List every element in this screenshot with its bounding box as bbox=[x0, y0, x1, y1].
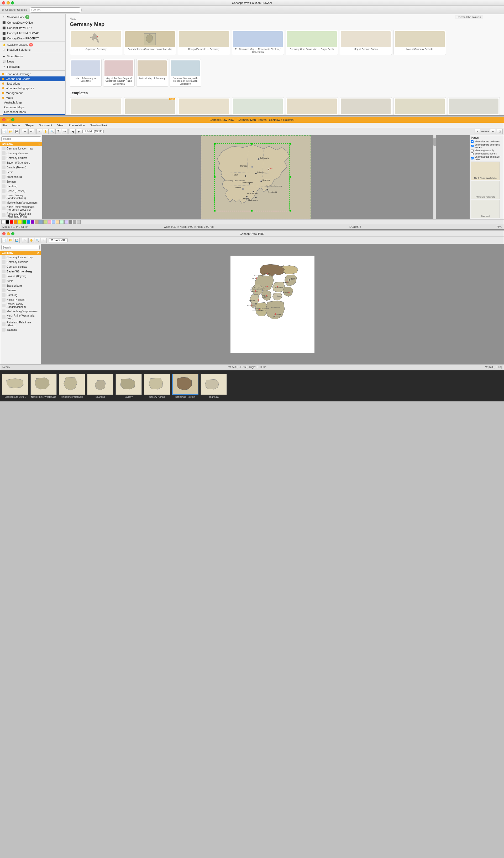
swatch-lime[interactable] bbox=[43, 220, 47, 224]
menu-document[interactable]: Document bbox=[38, 123, 53, 127]
map-card-eurozone[interactable]: Map of Germany in Eurozone bbox=[70, 59, 102, 87]
blist-lower-saxony[interactable]: Lower Saxony (Niedersachsen) bbox=[0, 302, 41, 309]
tool-open[interactable]: 📂 bbox=[7, 129, 13, 134]
menu-presentation[interactable]: Presentation bbox=[68, 123, 86, 127]
template-card-7[interactable]: Locator Map of Bremen bbox=[448, 97, 500, 115]
swatch-steel[interactable] bbox=[39, 220, 43, 224]
btool-hand[interactable]: ✋ bbox=[28, 238, 34, 243]
swatch-lavender[interactable] bbox=[64, 220, 68, 224]
tool-select[interactable]: ↖ bbox=[36, 129, 42, 134]
sidebar-item-infographics[interactable]: What are Infographics bbox=[0, 86, 65, 91]
checkbox-show-districts-names[interactable]: Show districts and cities names bbox=[471, 143, 503, 149]
bottom-zoom-dropdown[interactable]: Custom 73% bbox=[49, 239, 68, 242]
sidebar-item-solution-park[interactable]: 🗂 Solution Park 0 bbox=[0, 14, 65, 20]
page-thumb-rhineland[interactable]: Rhineland-Palatinate bbox=[471, 181, 500, 199]
swatch-purple[interactable] bbox=[31, 220, 34, 224]
thumb-mecklenburg[interactable]: Mecklenburg-Vorp... bbox=[2, 374, 28, 398]
menu-shape[interactable]: Shape bbox=[24, 123, 35, 127]
sidebar-item-directional[interactable]: Directional Maps bbox=[3, 110, 65, 114]
cb-regions-names[interactable] bbox=[471, 153, 474, 155]
blist-germany-divisions[interactable]: Germany divisions bbox=[0, 259, 41, 264]
bottom-close-panel-icon[interactable]: ✕ bbox=[37, 251, 39, 254]
sidebar-item-food[interactable]: Food and Beverage bbox=[0, 72, 65, 77]
sidebar-item-maps-group[interactable]: Maps bbox=[0, 95, 65, 100]
close-button[interactable] bbox=[2, 1, 5, 4]
tool-redo[interactable]: ↪ bbox=[28, 129, 34, 134]
pro-list-bw[interactable]: Baden-Württemberg bbox=[0, 160, 42, 165]
tool-hand[interactable]: ✋ bbox=[43, 129, 49, 134]
page-thumb-nrw[interactable]: North Rhine-Westphalia bbox=[471, 162, 500, 180]
sidebar-item-management[interactable]: Management bbox=[0, 91, 65, 95]
cb-districts[interactable] bbox=[471, 140, 474, 143]
cb-capitals[interactable] bbox=[471, 157, 474, 159]
pro-list-mecklenburg[interactable]: Mecklenburg-Vorpommern bbox=[0, 200, 42, 205]
blist-berlin[interactable]: Berlin bbox=[0, 279, 41, 283]
uninstall-btn[interactable]: Uninstall the solution bbox=[455, 15, 483, 19]
pro-list-germany-location[interactable]: Germany location map bbox=[0, 146, 42, 151]
checkbox-regions-names[interactable]: Show regions names bbox=[471, 153, 503, 155]
btool-open[interactable]: 📂 bbox=[7, 238, 13, 243]
pro-list-germany-divisions[interactable]: Germany divisions bbox=[0, 151, 42, 156]
swatch-lgray[interactable] bbox=[73, 220, 76, 224]
pro-max-btn[interactable] bbox=[11, 118, 14, 121]
pro-canvas[interactable]: Schleswig Flensburg Husum Eckerförde Kie… bbox=[42, 135, 470, 219]
blist-mecklenburg[interactable]: Mecklenburg-Vorpommern bbox=[0, 309, 41, 314]
blist-hesse[interactable]: Hesse (Hessen) bbox=[0, 297, 41, 302]
sidebar-item-video[interactable]: ▶ Video Room bbox=[0, 53, 65, 59]
zoom-in[interactable]: + bbox=[490, 129, 496, 134]
btool-select[interactable]: ↖ bbox=[22, 238, 28, 243]
bottom-search-input[interactable] bbox=[1, 245, 39, 250]
menu-solution-park[interactable]: Solution Park bbox=[89, 123, 108, 127]
blist-rhineland[interactable]: Rhineland-Palatinate (Rhein... bbox=[0, 320, 41, 327]
page-thumb-saarland[interactable]: Saarland bbox=[471, 200, 500, 218]
map-card-states[interactable]: Map of German States bbox=[340, 30, 392, 55]
tool-pen[interactable]: ✏ bbox=[62, 129, 67, 134]
canvas-scrollbar[interactable] bbox=[434, 135, 436, 219]
blist-hamburg[interactable]: Hamburg bbox=[0, 293, 41, 297]
thumb-rhineland[interactable]: Rhineland-Palatinate bbox=[59, 374, 85, 398]
map-card-political[interactable]: Political Map of Germany bbox=[136, 59, 168, 87]
swatch-sky[interactable] bbox=[52, 220, 55, 224]
page-selector[interactable]: Holstein (15/19) bbox=[82, 130, 104, 133]
swatch-orange[interactable] bbox=[14, 220, 18, 224]
maximize-button[interactable] bbox=[11, 1, 14, 4]
map-card-regional[interactable]: Map of the Two Regional Authorities in N… bbox=[103, 59, 135, 87]
browser-search-input[interactable] bbox=[29, 7, 82, 13]
map-card-batrachotomus[interactable]: Batrachotomus Germany Localisation Map bbox=[124, 30, 176, 55]
close-panel-icon[interactable]: ✕ bbox=[38, 143, 40, 145]
menu-file[interactable]: File bbox=[1, 123, 8, 127]
minimize-button[interactable] bbox=[6, 1, 10, 4]
blist-saarland[interactable]: Saarland bbox=[0, 327, 41, 332]
pro-list-germany-districts[interactable]: Germany districts bbox=[0, 156, 42, 160]
map-card-design[interactable]: Design Elements — Germany bbox=[178, 30, 230, 55]
swatch-llgray[interactable] bbox=[77, 220, 81, 224]
sidebar-item-conceptdraw-office[interactable]: ⬛ ConceptDraw Office bbox=[0, 20, 65, 25]
sidebar-item-illustrations[interactable]: Illustrations bbox=[0, 81, 65, 86]
bottom-min-btn[interactable] bbox=[7, 232, 10, 235]
template-card-5[interactable]: Locator Map of Berlin bbox=[340, 97, 392, 115]
thumb-schleswig[interactable]: Schleswig-Holstein bbox=[172, 374, 198, 398]
pro-list-lower-saxony[interactable]: Lower Saxony (Niedersachsen) bbox=[0, 193, 42, 200]
swatch-white[interactable] bbox=[1, 220, 5, 224]
blist-germany-districts[interactable]: Germany districts bbox=[0, 264, 41, 269]
pro-list-hesse[interactable]: Hesse (Hessen) bbox=[0, 189, 42, 193]
sidebar-item-conceptdraw-pro[interactable]: ⬛ ConceptDraw PRO bbox=[0, 25, 65, 31]
cb-regions-only[interactable] bbox=[471, 149, 474, 152]
template-card-0[interactable]: Federal States of Germany Map bbox=[70, 97, 122, 115]
tool-text[interactable]: T bbox=[55, 129, 61, 134]
sidebar-item-helpdesk[interactable]: ? HelpDesk bbox=[0, 64, 65, 69]
map-card-eu[interactable]: EU Countries Map — Renewable Electricity… bbox=[232, 30, 284, 55]
pro-list-brandenburg[interactable]: Brandenburg bbox=[0, 174, 42, 179]
pro-list-berlin[interactable]: Berlin bbox=[0, 170, 42, 174]
checkbox-show-districts[interactable]: Show districts and cities bbox=[471, 140, 503, 143]
swatch-pink[interactable] bbox=[48, 220, 51, 224]
menu-view[interactable]: View bbox=[56, 123, 65, 127]
checkbox-regions-only[interactable]: Show regions only bbox=[471, 149, 503, 152]
tool-new[interactable]: 📄 bbox=[1, 129, 7, 134]
thumb-nrw[interactable]: North Rhine-Westphalia bbox=[30, 374, 57, 398]
pro-close-btn[interactable] bbox=[2, 118, 5, 121]
swatch-peach[interactable] bbox=[56, 220, 60, 224]
sidebar-item-australia[interactable]: Australia Map bbox=[3, 100, 65, 105]
thumb-saxony[interactable]: Saxony bbox=[115, 374, 142, 398]
tool-zoom[interactable]: 🔍 bbox=[49, 129, 55, 134]
